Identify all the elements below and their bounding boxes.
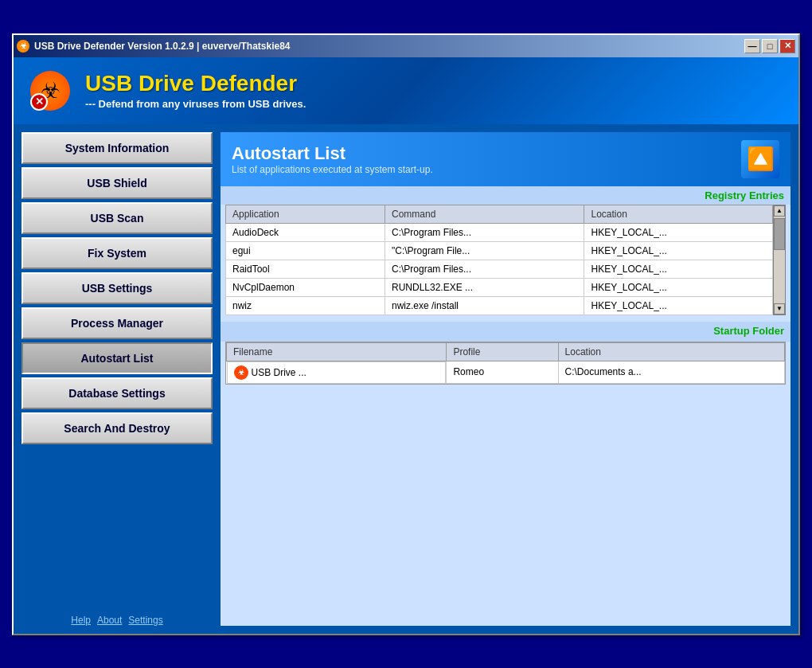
registry-table-container: Application Command Location AudioDeck C… xyxy=(225,205,786,315)
sidebar-item-database-settings[interactable]: Database Settings xyxy=(21,377,213,409)
table-row[interactable]: ☣ USB Drive ... Romeo C:\Documents a... xyxy=(227,361,785,384)
usb-row-icon: ☣ xyxy=(234,365,248,380)
help-link[interactable]: Help xyxy=(71,615,91,626)
col-profile: Profile xyxy=(447,342,558,361)
biohazard-icon: ☣ ✕ xyxy=(30,71,70,111)
sidebar-item-usb-settings[interactable]: USB Settings xyxy=(21,272,213,304)
sidebar-item-process-manager[interactable]: Process Manager xyxy=(21,307,213,339)
sidebar-item-fix-system[interactable]: Fix System xyxy=(21,237,213,269)
cell-cmd: "C:\Program File... xyxy=(385,241,584,260)
registry-table: Application Command Location AudioDeck C… xyxy=(225,205,773,315)
startup-table-header-row: Filename Profile Location xyxy=(227,342,785,361)
scroll-thumb[interactable] xyxy=(774,218,785,250)
main-content: System Information USB Shield USB Scan F… xyxy=(14,124,798,634)
app-header: ☣ ✕ USB Drive Defender --- Defend from a… xyxy=(14,57,798,124)
registry-section-label: Registry Entries xyxy=(221,186,791,205)
titlebar-buttons: — □ ✕ xyxy=(744,39,795,53)
close-x-icon: ✕ xyxy=(30,93,48,111)
registry-table-header-row: Application Command Location xyxy=(226,205,773,223)
cell-cmd: C:\Program Files... xyxy=(385,260,584,278)
app-name: USB Drive Defender xyxy=(85,71,306,96)
sidebar-item-system-information[interactable]: System Information xyxy=(21,132,213,164)
registry-scrollbar[interactable]: ▲ ▼ xyxy=(773,205,786,315)
app-tagline: --- Defend from any viruses from USB dri… xyxy=(85,98,306,110)
titlebar-title: USB Drive Defender Version 1.0.2.9 | euv… xyxy=(34,41,291,52)
panel-title: Autostart List xyxy=(232,143,433,164)
cell-app: AudioDeck xyxy=(226,223,385,241)
col-location: Location xyxy=(558,342,784,361)
scroll-up-arrow[interactable]: ▲ xyxy=(774,205,785,217)
cell-app: RaidTool xyxy=(226,260,385,278)
cell-profile: Romeo xyxy=(447,361,558,384)
cell-loc: HKEY_LOCAL_... xyxy=(584,241,773,260)
cell-cmd: nwiz.exe /install xyxy=(385,296,584,314)
sidebar-item-autostart-list[interactable]: Autostart List xyxy=(21,342,213,374)
startup-table: Filename Profile Location ☣ USB Drive ..… xyxy=(226,342,785,385)
app-title-text: USB Drive Defender --- Defend from any v… xyxy=(85,71,306,110)
cell-app: NvCplDaemon xyxy=(226,278,385,296)
sidebar-footer: Help About Settings xyxy=(21,608,213,626)
col-application: Application xyxy=(226,205,385,223)
cell-loc: HKEY_LOCAL_... xyxy=(584,260,773,278)
col-location: Location xyxy=(584,205,773,223)
app-logo: ☣ ✕ xyxy=(26,67,74,115)
table-row[interactable]: RaidTool C:\Program Files... HKEY_LOCAL_… xyxy=(226,260,773,278)
panel-header-icon: 🔼 xyxy=(741,140,779,178)
table-row[interactable]: NvCplDaemon RUNDLL32.EXE ... HKEY_LOCAL_… xyxy=(226,278,773,296)
right-panel: Autostart List List of applications exec… xyxy=(221,132,791,626)
titlebar-app-icon: ☣ xyxy=(17,40,29,53)
registry-scroll-area: Application Command Location AudioDeck C… xyxy=(225,205,773,315)
sidebar-item-search-and-destroy[interactable]: Search And Destroy xyxy=(21,412,213,444)
col-command: Command xyxy=(385,205,584,223)
scroll-down-arrow[interactable]: ▼ xyxy=(774,303,785,314)
sidebar-item-usb-scan[interactable]: USB Scan xyxy=(21,202,213,234)
close-button[interactable]: ✕ xyxy=(779,39,795,53)
about-link[interactable]: About xyxy=(97,615,122,626)
titlebar: ☣ USB Drive Defender Version 1.0.2.9 | e… xyxy=(14,35,798,57)
settings-link[interactable]: Settings xyxy=(128,615,162,626)
cell-cmd: RUNDLL32.EXE ... xyxy=(385,278,584,296)
sidebar: System Information USB Shield USB Scan F… xyxy=(21,132,213,626)
table-row[interactable]: nwiz nwiz.exe /install HKEY_LOCAL_... xyxy=(226,296,773,314)
panel-header: Autostart List List of applications exec… xyxy=(221,132,791,186)
sidebar-item-usb-shield[interactable]: USB Shield xyxy=(21,167,213,199)
maximize-button[interactable]: □ xyxy=(762,39,778,53)
cell-loc: HKEY_LOCAL_... xyxy=(584,296,773,314)
startup-table-container: Filename Profile Location ☣ USB Drive ..… xyxy=(225,342,786,385)
cell-app: nwiz xyxy=(226,296,385,314)
cell-cmd: C:\Program Files... xyxy=(385,223,584,241)
cell-app: egui xyxy=(226,241,385,260)
cell-loc: C:\Documents a... xyxy=(558,361,784,384)
table-row[interactable]: egui "C:\Program File... HKEY_LOCAL_... xyxy=(226,241,773,260)
startup-section-label: Startup Folder xyxy=(221,322,791,342)
cell-loc: HKEY_LOCAL_... xyxy=(584,278,773,296)
cell-filename: ☣ USB Drive ... xyxy=(227,361,447,384)
panel-subtitle: List of applications executed at system … xyxy=(232,164,433,175)
table-row[interactable]: AudioDeck C:\Program Files... HKEY_LOCAL… xyxy=(226,223,773,241)
titlebar-left: ☣ USB Drive Defender Version 1.0.2.9 | e… xyxy=(17,40,291,53)
panel-header-text: Autostart List List of applications exec… xyxy=(232,143,433,175)
minimize-button[interactable]: — xyxy=(744,39,760,53)
cell-loc: HKEY_LOCAL_... xyxy=(584,223,773,241)
col-filename: Filename xyxy=(227,342,447,361)
main-window: ☣ USB Drive Defender Version 1.0.2.9 | e… xyxy=(12,33,800,635)
